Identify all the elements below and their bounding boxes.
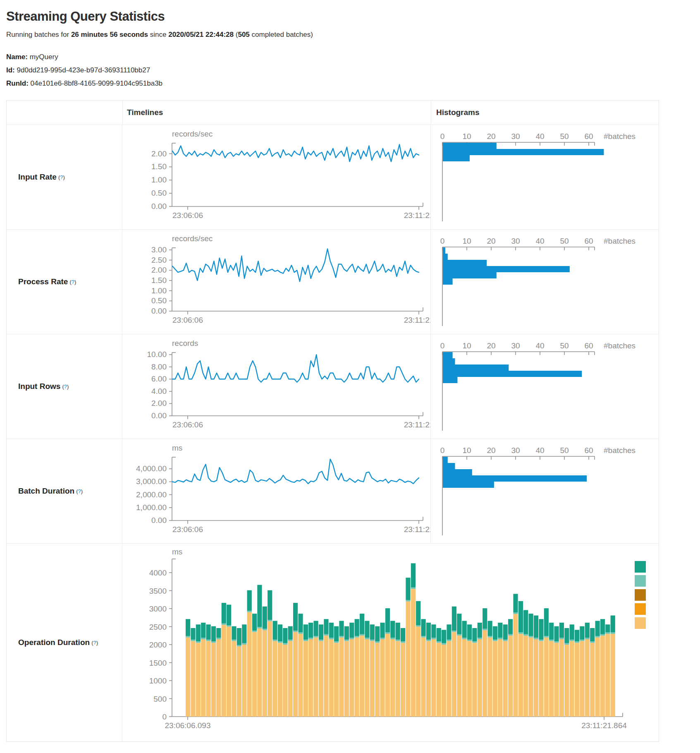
batch-duration-row: Batch Duration(?) ms4,000.003,000.002,00… (7, 439, 659, 543)
legend-swatch-3 (635, 603, 646, 615)
svg-text:#batches: #batches (604, 132, 635, 141)
operation-duration-label: Operation Duration (18, 638, 90, 647)
svg-text:20: 20 (487, 237, 495, 245)
svg-text:23:06:06: 23:06:06 (172, 420, 203, 429)
svg-text:2.00: 2.00 (151, 399, 167, 408)
header-empty-cell (7, 101, 123, 125)
table-header-row: Timelines Histograms (7, 101, 659, 125)
svg-text:60: 60 (584, 446, 593, 455)
input-rows-timeline-chart: records10.008.006.004.002.000.0023:06:06… (122, 334, 430, 439)
process-rate-histogram-cell: 0102030405060#batches (430, 230, 659, 334)
svg-text:0: 0 (440, 132, 445, 141)
query-runid-line: RunId: 04e101e6-8bf8-4165-9099-9104c951b… (6, 77, 700, 90)
svg-text:23:11:21: 23:11:21 (404, 316, 430, 324)
svg-text:60: 60 (584, 132, 593, 141)
input-rate-help-icon[interactable]: (?) (58, 174, 65, 180)
svg-text:ms: ms (172, 547, 182, 556)
svg-text:1500: 1500 (149, 659, 167, 667)
svg-text:2,000.00: 2,000.00 (136, 490, 167, 499)
input-rate-label: Input Rate (18, 173, 57, 182)
timelines-header: Timelines (123, 108, 431, 117)
svg-text:60: 60 (584, 237, 593, 245)
query-name-line: Name: myQuery (6, 50, 700, 64)
streaming-query-statistics-page: Streaming Query Statistics Running batch… (0, 0, 700, 750)
svg-text:10: 10 (462, 341, 471, 350)
batch-duration-label-cell: Batch Duration(?) (7, 439, 122, 543)
svg-text:8.00: 8.00 (151, 362, 167, 371)
svg-text:0.00: 0.00 (151, 411, 167, 420)
svg-text:1,000.00: 1,000.00 (136, 503, 167, 512)
operation-duration-row: Operation Duration(?) ms4000350030002500… (7, 543, 659, 741)
input-rate-timeline-cell: records/sec2.001.501.000.500.0023:06:062… (122, 125, 430, 229)
svg-text:3.00: 3.00 (151, 245, 167, 254)
svg-text:0: 0 (162, 712, 167, 721)
svg-text:records/sec: records/sec (172, 234, 213, 243)
legend-swatch-4 (635, 617, 646, 629)
svg-text:records/sec: records/sec (172, 129, 213, 138)
svg-text:23:11:21: 23:11:21 (404, 420, 430, 429)
svg-text:0.00: 0.00 (151, 307, 167, 315)
svg-text:1000: 1000 (149, 676, 167, 685)
svg-text:40: 40 (535, 132, 544, 141)
svg-text:40: 40 (535, 237, 544, 245)
input-rows-row: Input Rows(?) records10.008.006.004.002.… (7, 334, 659, 439)
svg-text:1.00: 1.00 (151, 286, 167, 295)
svg-text:#batches: #batches (604, 237, 635, 245)
input-rows-timeline-cell: records10.008.006.004.002.000.0023:06:06… (122, 334, 430, 439)
svg-text:10.00: 10.00 (147, 350, 167, 359)
svg-text:3,000.00: 3,000.00 (136, 477, 167, 486)
batch-duration-help-icon[interactable]: (?) (76, 488, 83, 494)
operation-duration-help-icon[interactable]: (?) (91, 640, 98, 646)
svg-text:1.50: 1.50 (151, 162, 167, 171)
svg-text:4.00: 4.00 (151, 387, 167, 396)
process-rate-label-cell: Process Rate(?) (7, 230, 122, 334)
svg-text:500: 500 (153, 695, 167, 703)
input-rate-label-cell: Input Rate(?) (7, 125, 122, 229)
input-rows-histogram-cell: 0102030405060#batches (430, 334, 659, 439)
svg-text:10: 10 (462, 237, 471, 245)
process-rate-timeline-chart: records/sec3.002.502.001.501.000.500.002… (122, 230, 430, 334)
input-rows-histogram-chart: 0102030405060#batches (431, 334, 659, 439)
svg-text:60: 60 (584, 341, 593, 350)
query-id-line: Id: 9d0dd219-995d-423e-b97d-36931110bb27 (6, 64, 700, 77)
svg-text:3000: 3000 (149, 604, 167, 613)
input-rate-histogram-cell: 0102030405060#batches (430, 125, 659, 229)
input-rows-label: Input Rows (18, 382, 60, 391)
legend-swatch-2 (635, 589, 646, 601)
svg-text:30: 30 (511, 237, 520, 245)
input-rate-timeline-chart: records/sec2.001.501.000.500.0023:06:062… (122, 125, 430, 229)
batch-duration-label: Batch Duration (18, 487, 74, 496)
svg-text:2500: 2500 (149, 623, 167, 631)
process-rate-histogram-chart: 0102030405060#batches (431, 230, 659, 334)
svg-text:10: 10 (462, 446, 471, 455)
input-rows-help-icon[interactable]: (?) (62, 384, 69, 390)
batch-duration-histogram-chart: 0102030405060#batches (431, 439, 659, 543)
svg-text:0.50: 0.50 (151, 296, 167, 305)
input-rate-row: Input Rate(?) records/sec2.001.501.000.5… (7, 125, 659, 229)
svg-text:0.00: 0.00 (151, 202, 167, 211)
operation-duration-chart-cell: ms4000350030002500200015001000500023:06:… (122, 544, 659, 741)
svg-text:20: 20 (487, 341, 495, 350)
svg-text:20: 20 (487, 446, 495, 455)
svg-text:10: 10 (462, 132, 471, 141)
process-rate-help-icon[interactable]: (?) (69, 279, 76, 285)
query-meta: Name: myQuery Id: 9d0dd219-995d-423e-b97… (6, 50, 700, 90)
batch-duration-timeline-chart: ms4,000.003,000.002,000.001,000.000.0023… (122, 439, 430, 543)
svg-text:23:11:21.864: 23:11:21.864 (581, 721, 627, 730)
svg-text:4,000.00: 4,000.00 (136, 464, 167, 473)
input-rate-histogram-chart: 0102030405060#batches (431, 125, 659, 229)
operation-duration-label-cell: Operation Duration(?) (7, 544, 122, 741)
histograms-header: Histograms (431, 101, 659, 125)
legend-swatch-1 (635, 575, 646, 587)
svg-text:4000: 4000 (149, 568, 167, 577)
svg-text:50: 50 (560, 237, 569, 245)
page-title: Streaming Query Statistics (6, 9, 700, 24)
process-rate-row: Process Rate(?) records/sec3.002.502.001… (7, 229, 659, 334)
svg-text:23:06:06: 23:06:06 (172, 211, 203, 220)
svg-text:1.50: 1.50 (151, 276, 167, 285)
svg-text:30: 30 (511, 341, 520, 350)
svg-text:40: 40 (535, 341, 544, 350)
svg-text:2.00: 2.00 (151, 266, 167, 274)
process-rate-timeline-cell: records/sec3.002.502.001.501.000.500.002… (122, 230, 430, 334)
svg-text:23:06:06: 23:06:06 (172, 525, 203, 534)
